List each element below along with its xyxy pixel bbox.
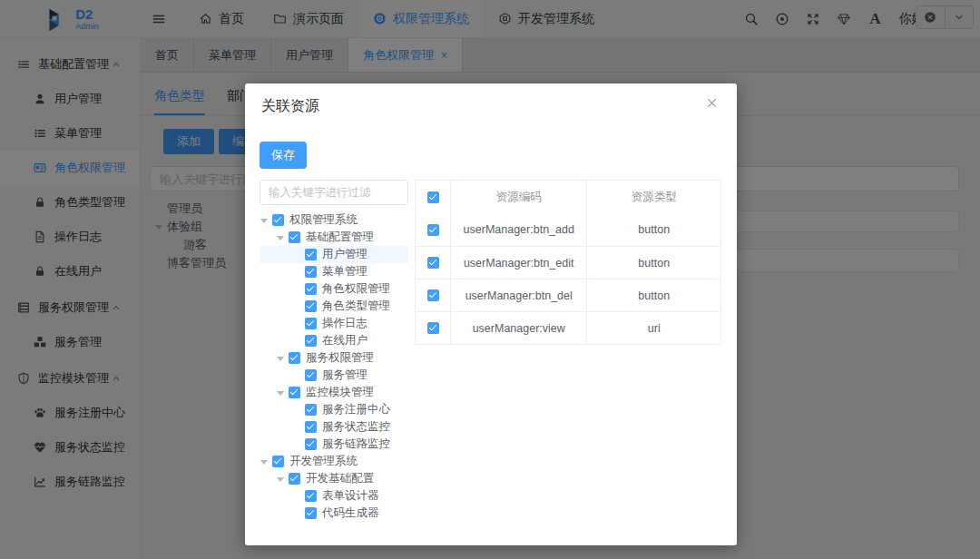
tree-checkbox-checked[interactable]	[305, 490, 317, 502]
tree-checkbox-checked[interactable]	[305, 404, 317, 416]
tree-checkbox-checked[interactable]	[305, 249, 317, 260]
caret-down-icon[interactable]	[260, 456, 272, 468]
row-checkbox-checked[interactable]	[427, 257, 439, 269]
tree-checkbox-checked[interactable]	[272, 214, 284, 226]
row-checkbox-checked[interactable]	[427, 224, 439, 236]
resource-type-cell: uri	[587, 312, 720, 344]
resource-tree-node[interactable]: 在线用户	[260, 332, 408, 349]
resource-table: 资源编码 资源类型 userManager:btn_addbuttonuserM…	[415, 180, 721, 345]
tree-node-label: 角色权限管理	[322, 281, 390, 297]
tree-node-label: 服务链路监控	[322, 436, 390, 452]
resource-tree-node[interactable]: 角色权限管理	[260, 280, 408, 298]
table-row-1: userManager:btn_editbutton	[416, 246, 720, 279]
tree-node-label: 服务管理	[322, 368, 368, 383]
resource-tree: 权限管理系统基础配置管理用户管理菜单管理角色权限管理角色类型管理操作日志在线用户…	[260, 211, 408, 522]
resource-type-cell: button	[587, 280, 720, 311]
dialog-title: 关联资源	[261, 96, 319, 116]
resource-tree-node[interactable]: 用户管理	[260, 246, 408, 263]
tree-node-label: 菜单管理	[322, 264, 368, 280]
resource-code-cell: userManager:btn_del	[451, 280, 587, 311]
select-all-checkbox[interactable]	[427, 191, 439, 203]
tree-node-label: 服务注册中心	[322, 402, 390, 417]
tree-node-label: 服务状态监控	[322, 419, 390, 435]
tree-node-label: 监控模块管理	[306, 385, 374, 400]
resource-tree-node[interactable]: 操作日志	[260, 315, 408, 332]
resource-tree-node[interactable]: 服务注册中心	[260, 401, 408, 418]
tree-node-label: 服务权限管理	[306, 350, 374, 366]
resource-code-cell: userManager:view	[451, 312, 587, 344]
tree-node-label: 基础配置管理	[306, 230, 374, 245]
select-all-cell	[416, 181, 451, 213]
caret-down-icon[interactable]	[260, 214, 272, 227]
table-body: userManager:btn_addbuttonuserManager:btn…	[416, 213, 720, 344]
resource-code-cell: userManager:btn_edit	[451, 247, 587, 279]
tree-checkbox-checked[interactable]	[289, 387, 300, 398]
row-checkbox-cell	[416, 247, 451, 279]
resource-code-cell: userManager:btn_add	[451, 213, 587, 246]
app-screen: D2 Admin 首页演示页面权限管理系统开发管理系统 A 你好 Mr.AG 基…	[0, 0, 980, 559]
tree-checkbox-checked[interactable]	[289, 231, 300, 243]
table-row-3: userManager:viewuri	[416, 311, 720, 344]
tree-node-label: 权限管理系统	[289, 212, 358, 228]
tree-node-label: 代码生成器	[322, 505, 379, 521]
tree-node-label: 开发管理系统	[289, 454, 358, 469]
close-icon[interactable]	[705, 96, 719, 110]
tree-checkbox-checked[interactable]	[272, 456, 284, 467]
tree-checkbox-checked[interactable]	[289, 473, 300, 485]
resource-tree-node[interactable]: 开发基础配置	[260, 470, 408, 487]
row-checkbox-checked[interactable]	[427, 289, 439, 301]
tree-checkbox-checked[interactable]	[305, 266, 317, 278]
resource-tree-node[interactable]: 菜单管理	[260, 263, 408, 280]
resource-tree-node[interactable]: 服务状态监控	[260, 418, 408, 436]
caret-down-icon[interactable]	[276, 387, 289, 399]
tree-node-label: 操作日志	[322, 316, 368, 331]
tree-checkbox-checked[interactable]	[305, 507, 317, 519]
resource-tree-node[interactable]: 服务链路监控	[260, 436, 408, 453]
resource-tree-node[interactable]: 表单设计器	[260, 487, 408, 505]
resource-type-cell: button	[587, 213, 720, 246]
row-checkbox-cell	[416, 280, 451, 311]
tree-checkbox-checked[interactable]	[305, 318, 317, 329]
resource-tree-node[interactable]: 角色类型管理	[260, 298, 408, 315]
tree-checkbox-checked[interactable]	[305, 369, 317, 381]
resource-tree-panel: 权限管理系统基础配置管理用户管理菜单管理角色权限管理角色类型管理操作日志在线用户…	[260, 180, 408, 522]
tree-checkbox-checked[interactable]	[305, 335, 317, 347]
dialog-header: 关联资源	[245, 83, 737, 116]
table-header-row: 资源编码 资源类型	[416, 181, 720, 213]
caret-down-icon[interactable]	[276, 231, 289, 244]
tree-node-label: 开发基础配置	[306, 471, 374, 486]
row-checkbox-cell	[416, 213, 451, 246]
caret-down-icon[interactable]	[276, 473, 289, 485]
tree-checkbox-checked[interactable]	[305, 421, 317, 433]
row-checkbox-checked[interactable]	[427, 322, 439, 334]
resource-tree-node[interactable]: 开发管理系统	[260, 453, 408, 470]
resource-tree-node[interactable]: 服务管理	[260, 367, 408, 384]
resource-code-header: 资源编码	[451, 181, 587, 213]
resource-tree-node[interactable]: 基础配置管理	[260, 229, 408, 246]
row-checkbox-cell	[416, 312, 451, 344]
resource-type-cell: button	[587, 247, 720, 279]
resource-tree-node[interactable]: 服务权限管理	[260, 349, 408, 367]
tree-filter-input[interactable]	[260, 180, 408, 205]
tree-checkbox-checked[interactable]	[305, 438, 317, 450]
table-row-2: userManager:btn_delbutton	[416, 279, 720, 311]
tree-node-label: 表单设计器	[322, 488, 379, 504]
resource-tree-node[interactable]: 监控模块管理	[260, 384, 408, 401]
save-button[interactable]: 保存	[260, 142, 307, 169]
resource-type-header: 资源类型	[587, 181, 720, 213]
resource-tree-node[interactable]: 权限管理系统	[260, 211, 408, 229]
tree-checkbox-checked[interactable]	[305, 283, 317, 295]
associate-resources-dialog: 关联资源 保存 权限管理系统基础配置管理用户管理菜单管理角色权限管理角色类型管理…	[245, 83, 737, 545]
tree-checkbox-checked[interactable]	[289, 352, 300, 364]
table-row-0: userManager:btn_addbutton	[416, 213, 720, 246]
resource-tree-node[interactable]: 代码生成器	[260, 505, 408, 522]
tree-checkbox-checked[interactable]	[305, 300, 317, 312]
tree-node-label: 在线用户	[322, 333, 368, 348]
tree-node-label: 用户管理	[322, 247, 368, 262]
caret-down-icon[interactable]	[276, 352, 289, 365]
tree-node-label: 角色类型管理	[322, 299, 390, 314]
